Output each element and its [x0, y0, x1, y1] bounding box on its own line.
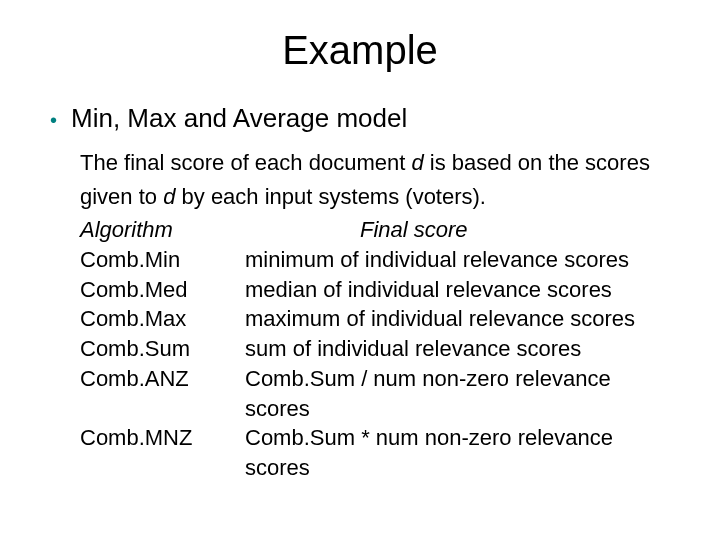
intro-1a: The final score of each document: [80, 150, 411, 175]
algorithm-table: Algorithm Final score Comb.Min minimum o…: [80, 215, 680, 482]
algo-name: Comb.ANZ: [80, 364, 245, 423]
table-row: Comb.Min minimum of individual relevance…: [80, 245, 680, 275]
bullet-text: Min, Max and Average model: [71, 103, 407, 134]
algo-score: Comb.Sum / num non-zero relevance scores: [245, 364, 680, 423]
intro-2a: given to: [80, 184, 163, 209]
algo-name: Comb.MNZ: [80, 423, 245, 482]
intro-2b: d: [163, 184, 175, 209]
header-final-score: Final score: [245, 215, 680, 245]
table-row: Comb.Med median of individual relevance …: [80, 275, 680, 305]
intro-1c: is based on the scores: [424, 150, 650, 175]
bullet-icon: •: [50, 110, 57, 130]
table-row: Comb.Sum sum of individual relevance sco…: [80, 334, 680, 364]
slide-title: Example: [40, 28, 680, 73]
slide: Example • Min, Max and Average model The…: [0, 0, 720, 540]
intro-1b: d: [411, 150, 423, 175]
table-row: Comb.Max maximum of individual relevance…: [80, 304, 680, 334]
table-row: Comb.ANZ Comb.Sum / num non-zero relevan…: [80, 364, 680, 423]
intro-line-2: given to d by each input systems (voters…: [80, 182, 680, 212]
body-text: The final score of each document d is ba…: [40, 148, 680, 483]
algo-name: Comb.Med: [80, 275, 245, 305]
algo-name: Comb.Min: [80, 245, 245, 275]
algo-score: median of individual relevance scores: [245, 275, 680, 305]
algo-score: minimum of individual relevance scores: [245, 245, 680, 275]
bullet-item: • Min, Max and Average model: [40, 103, 680, 134]
intro-line-1: The final score of each document d is ba…: [80, 148, 680, 178]
algo-score: maximum of individual relevance scores: [245, 304, 680, 334]
algo-score: Comb.Sum * num non-zero relevance scores: [245, 423, 680, 482]
table-row: Comb.MNZ Comb.Sum * num non-zero relevan…: [80, 423, 680, 482]
algo-score: sum of individual relevance scores: [245, 334, 680, 364]
algo-name: Comb.Sum: [80, 334, 245, 364]
table-header: Algorithm Final score: [80, 215, 680, 245]
header-algorithm: Algorithm: [80, 215, 245, 245]
intro-2c: by each input systems (voters).: [175, 184, 486, 209]
algo-name: Comb.Max: [80, 304, 245, 334]
